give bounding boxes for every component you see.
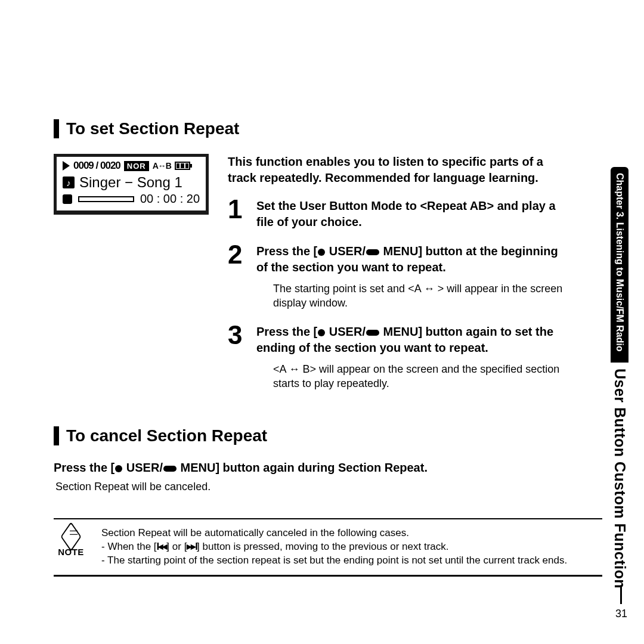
steps-list: 1 Set the User Button Mode to <Repeat AB… xyxy=(228,198,566,391)
step-number: 2 xyxy=(228,243,246,311)
section-cancel-repeat: To cancel Section Repeat Press the [ USE… xyxy=(54,426,602,493)
progress-bar xyxy=(78,196,134,202)
step-text: Set the User Button Mode to <Repeat AB> … xyxy=(256,198,566,230)
step-number: 3 xyxy=(228,324,246,391)
note-line: - The starting point of the section repe… xyxy=(101,554,567,568)
battery-icon xyxy=(175,162,190,170)
step-1: 1 Set the User Button Mode to <Repeat AB… xyxy=(228,198,566,230)
set-repeat-block: 0009 / 0020 NOR A↔B ♪ Singer − Song 1 00… xyxy=(54,154,566,404)
chapter-label: Chapter 3. Listening to Music/FM Radio xyxy=(611,167,628,363)
note-line: Section Repeat will be automatically can… xyxy=(101,527,567,540)
manual-page: Chapter 3. Listening to Music/FM Radio U… xyxy=(0,0,644,644)
section-cancel-repeat-title: To cancel Section Repeat xyxy=(66,426,267,445)
display-title-row: ♪ Singer − Song 1 xyxy=(63,174,200,191)
step-text: Press the [ USER/ MENU] button at the be… xyxy=(256,243,566,275)
menu-pill-icon xyxy=(366,249,379,255)
user-dot-icon xyxy=(115,465,122,472)
step-number: 1 xyxy=(228,198,246,230)
intro-text: This function enables you to listen to s… xyxy=(228,154,566,186)
note-line: - When the [I◂◂] or [▸▸I] button is pres… xyxy=(101,540,567,554)
section-set-repeat-heading: To set Section Repeat xyxy=(54,119,617,138)
cancel-result: Section Repeat will be canceled. xyxy=(55,481,602,493)
user-dot-icon xyxy=(318,329,325,336)
step-subtext: <A ↔ B> will appear on the screen and th… xyxy=(273,362,566,391)
device-display: 0009 / 0020 NOR A↔B ♪ Singer − Song 1 00… xyxy=(54,154,209,215)
section-cancel-repeat-heading: To cancel Section Repeat xyxy=(54,426,602,445)
step-subtext: The starting point is set and <A ↔ > wil… xyxy=(273,281,566,311)
menu-pill-icon xyxy=(163,466,177,472)
note-body: Section Repeat will be automatically can… xyxy=(101,527,567,568)
elapsed-time: 00 : 00 : 20 xyxy=(140,192,200,206)
heading-bar-icon xyxy=(54,426,59,445)
next-track-icon: ▸▸I xyxy=(187,541,197,552)
record-icon xyxy=(63,194,72,204)
cancel-instruction: Press the [ USER/ MENU] button again dur… xyxy=(54,461,602,475)
note-box: NOTE Section Repeat will be automaticall… xyxy=(54,518,602,577)
eq-mode-badge: NOR xyxy=(124,161,149,171)
track-counter: 0009 / 0020 xyxy=(73,160,120,172)
play-icon xyxy=(63,161,70,171)
section-set-repeat-title: To set Section Repeat xyxy=(66,119,239,138)
page-number: 31 xyxy=(615,586,627,620)
repeat-ab-icon: A↔B xyxy=(153,161,171,171)
display-progress-row: 00 : 00 : 20 xyxy=(63,192,200,206)
prev-track-icon: I◂◂ xyxy=(157,541,167,552)
feature-label: User Button Custom Function xyxy=(611,363,628,589)
set-repeat-instructions: This function enables you to listen to s… xyxy=(228,154,566,404)
menu-pill-icon xyxy=(366,330,379,336)
heading-bar-icon xyxy=(54,119,59,138)
music-note-icon: ♪ xyxy=(63,177,75,188)
step-3: 3 Press the [ USER/ MENU] button again t… xyxy=(228,324,566,391)
step-text: Press the [ USER/ MENU] button again to … xyxy=(256,324,566,356)
track-title: Singer − Song 1 xyxy=(79,174,182,191)
display-status-row: 0009 / 0020 NOR A↔B xyxy=(63,160,200,172)
user-dot-icon xyxy=(318,249,325,256)
chapter-tab: Chapter 3. Listening to Music/FM Radio U… xyxy=(607,167,632,608)
step-2: 2 Press the [ USER/ MENU] button at the … xyxy=(228,243,566,311)
